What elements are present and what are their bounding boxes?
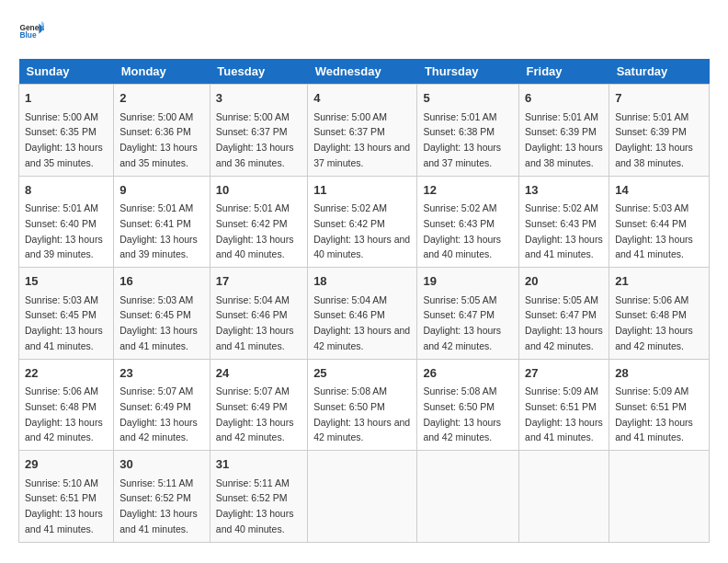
day-number: 17 (216, 272, 301, 291)
day-daylight: Daylight: 13 hours and 42 minutes. (25, 417, 103, 443)
calendar-day: 31 Sunrise: 5:11 AM Sunset: 6:52 PM Dayl… (210, 451, 307, 543)
day-number: 18 (313, 272, 411, 291)
day-sunrise: Sunrise: 5:05 AM (525, 294, 598, 305)
calendar-day: 6 Sunrise: 5:01 AM Sunset: 6:39 PM Dayli… (519, 85, 609, 177)
day-daylight: Daylight: 13 hours and 42 minutes. (423, 325, 501, 351)
day-sunrise: Sunrise: 5:02 AM (313, 202, 387, 213)
day-number: 24 (216, 364, 301, 383)
day-number: 21 (615, 272, 703, 291)
day-sunrise: Sunrise: 5:06 AM (25, 385, 98, 396)
calendar-day: 20 Sunrise: 5:05 AM Sunset: 6:47 PM Dayl… (519, 268, 609, 360)
calendar-day: 25 Sunrise: 5:08 AM Sunset: 6:50 PM Dayl… (308, 359, 417, 451)
calendar-day: 29 Sunrise: 5:10 AM Sunset: 6:51 PM Dayl… (19, 451, 114, 543)
day-number: 29 (25, 455, 108, 474)
header-cell-wednesday: Wednesday (308, 59, 417, 85)
calendar-day: 3 Sunrise: 5:00 AM Sunset: 6:37 PM Dayli… (210, 85, 307, 177)
calendar-day (519, 451, 609, 543)
day-sunrise: Sunrise: 5:04 AM (216, 294, 290, 305)
calendar-day: 11 Sunrise: 5:02 AM Sunset: 6:42 PM Dayl… (308, 176, 417, 268)
day-sunset: Sunset: 6:51 PM (615, 401, 687, 412)
day-daylight: Daylight: 13 hours and 35 minutes. (25, 142, 103, 168)
day-sunrise: Sunrise: 5:11 AM (119, 477, 193, 488)
day-number: 10 (216, 181, 301, 200)
day-number: 3 (216, 89, 301, 108)
day-daylight: Daylight: 13 hours and 42 minutes. (615, 325, 693, 351)
day-daylight: Daylight: 13 hours and 38 minutes. (615, 142, 693, 168)
day-daylight: Daylight: 13 hours and 42 minutes. (119, 417, 198, 443)
day-number: 31 (216, 455, 301, 474)
calendar-day: 17 Sunrise: 5:04 AM Sunset: 6:46 PM Dayl… (210, 268, 307, 360)
day-number: 27 (525, 364, 603, 383)
calendar-day: 10 Sunrise: 5:01 AM Sunset: 6:42 PM Dayl… (210, 176, 307, 268)
day-sunset: Sunset: 6:47 PM (525, 309, 597, 320)
calendar-day: 16 Sunrise: 5:03 AM Sunset: 6:45 PM Dayl… (114, 268, 210, 360)
calendar-week-2: 8 Sunrise: 5:01 AM Sunset: 6:40 PM Dayli… (19, 176, 710, 268)
calendar-day (609, 451, 710, 543)
day-sunset: Sunset: 6:39 PM (525, 126, 597, 137)
day-daylight: Daylight: 13 hours and 40 minutes. (216, 234, 294, 260)
day-number: 16 (119, 272, 204, 291)
day-daylight: Daylight: 13 hours and 42 minutes. (525, 325, 603, 351)
day-sunrise: Sunrise: 5:07 AM (119, 385, 193, 396)
day-sunrise: Sunrise: 5:03 AM (615, 202, 688, 213)
day-daylight: Daylight: 13 hours and 35 minutes. (119, 142, 198, 168)
day-sunset: Sunset: 6:49 PM (216, 401, 288, 412)
day-number: 20 (525, 272, 603, 291)
day-sunrise: Sunrise: 5:03 AM (25, 294, 98, 305)
calendar-day: 26 Sunrise: 5:08 AM Sunset: 6:50 PM Dayl… (417, 359, 519, 451)
day-number: 1 (25, 89, 108, 108)
day-sunset: Sunset: 6:47 PM (423, 309, 495, 320)
day-number: 13 (525, 181, 603, 200)
calendar-day: 14 Sunrise: 5:03 AM Sunset: 6:44 PM Dayl… (609, 176, 710, 268)
calendar-week-1: 1 Sunrise: 5:00 AM Sunset: 6:35 PM Dayli… (19, 85, 710, 177)
day-daylight: Daylight: 13 hours and 41 minutes. (615, 417, 693, 443)
svg-text:Blue: Blue (19, 30, 36, 40)
day-daylight: Daylight: 13 hours and 41 minutes. (119, 325, 198, 351)
day-number: 22 (25, 364, 108, 383)
calendar-day: 28 Sunrise: 5:09 AM Sunset: 6:51 PM Dayl… (609, 359, 710, 451)
header-row: SundayMondayTuesdayWednesdayThursdayFrid… (19, 59, 710, 85)
day-sunset: Sunset: 6:37 PM (216, 126, 288, 137)
calendar-day: 19 Sunrise: 5:05 AM Sunset: 6:47 PM Dayl… (417, 268, 519, 360)
day-daylight: Daylight: 13 hours and 40 minutes. (313, 234, 410, 260)
day-sunrise: Sunrise: 5:01 AM (216, 202, 290, 213)
day-number: 30 (119, 455, 204, 474)
calendar-day: 22 Sunrise: 5:06 AM Sunset: 6:48 PM Dayl… (19, 359, 114, 451)
day-daylight: Daylight: 13 hours and 42 minutes. (313, 417, 410, 443)
calendar-day: 27 Sunrise: 5:09 AM Sunset: 6:51 PM Dayl… (519, 359, 609, 451)
day-sunrise: Sunrise: 5:08 AM (423, 385, 496, 396)
calendar-header: SundayMondayTuesdayWednesdayThursdayFrid… (19, 59, 710, 85)
day-sunrise: Sunrise: 5:09 AM (615, 385, 688, 396)
day-number: 11 (313, 181, 411, 200)
calendar-day: 24 Sunrise: 5:07 AM Sunset: 6:49 PM Dayl… (210, 359, 307, 451)
day-daylight: Daylight: 13 hours and 39 minutes. (25, 234, 103, 260)
day-sunrise: Sunrise: 5:00 AM (25, 111, 98, 122)
day-sunrise: Sunrise: 5:00 AM (119, 111, 193, 122)
header-cell-friday: Friday (519, 59, 609, 85)
day-daylight: Daylight: 13 hours and 40 minutes. (423, 234, 501, 260)
day-daylight: Daylight: 13 hours and 37 minutes. (423, 142, 501, 168)
calendar-week-3: 15 Sunrise: 5:03 AM Sunset: 6:45 PM Dayl… (19, 268, 710, 360)
day-number: 4 (313, 89, 411, 108)
day-number: 12 (423, 181, 513, 200)
day-sunrise: Sunrise: 5:11 AM (216, 477, 290, 488)
day-sunrise: Sunrise: 5:03 AM (119, 294, 193, 305)
header-cell-thursday: Thursday (417, 59, 519, 85)
day-daylight: Daylight: 13 hours and 41 minutes. (525, 417, 603, 443)
day-sunrise: Sunrise: 5:01 AM (525, 111, 598, 122)
header-cell-monday: Monday (114, 59, 210, 85)
calendar-day: 15 Sunrise: 5:03 AM Sunset: 6:45 PM Dayl… (19, 268, 114, 360)
calendar-week-5: 29 Sunrise: 5:10 AM Sunset: 6:51 PM Dayl… (19, 451, 710, 543)
calendar-day: 13 Sunrise: 5:02 AM Sunset: 6:43 PM Dayl… (519, 176, 609, 268)
day-sunrise: Sunrise: 5:07 AM (216, 385, 290, 396)
calendar-day: 30 Sunrise: 5:11 AM Sunset: 6:52 PM Dayl… (114, 451, 210, 543)
day-sunrise: Sunrise: 5:02 AM (423, 202, 496, 213)
day-number: 14 (615, 181, 703, 200)
logo: General Blue (18, 18, 50, 44)
day-sunset: Sunset: 6:42 PM (216, 218, 288, 229)
day-daylight: Daylight: 13 hours and 41 minutes. (216, 325, 294, 351)
calendar-day: 9 Sunrise: 5:01 AM Sunset: 6:41 PM Dayli… (114, 176, 210, 268)
logo-icon: General Blue (18, 18, 44, 44)
day-sunset: Sunset: 6:39 PM (615, 126, 687, 137)
day-daylight: Daylight: 13 hours and 42 minutes. (423, 417, 501, 443)
